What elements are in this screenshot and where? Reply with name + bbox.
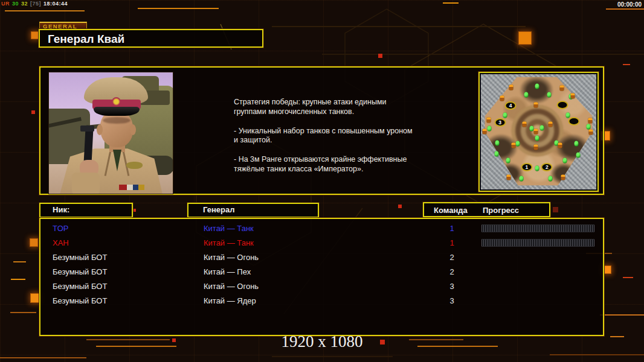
hud-stat: 18:04:44 [43,1,68,7]
column-header-team: Команда [434,205,468,217]
oil-derrick-marker [588,118,592,123]
player-row[interactable]: Безумный БОТКитай — Огонь2 [40,250,603,265]
decor-line [322,54,644,55]
player-row[interactable]: Безумный БОТКитай — Пех2 [40,265,603,279]
player-general: Китай — Пех [204,267,251,276]
strategy-description: Стратегия победы: крупные атаки едиными … [234,98,433,184]
column-header-general: Генерал [187,203,319,218]
supply-marker [535,165,539,171]
supply-marker [539,125,544,130]
supply-marker [494,151,498,157]
decor-square [30,238,38,247]
map-preview: 4312 [478,72,599,192]
decor-square [553,207,558,212]
decor-line [443,2,459,4]
oil-derrick-marker [483,129,487,134]
performance-overlay: UR3032[75]18:04:44 [1,1,70,7]
start-position-marker: 3 [494,118,506,127]
oil-derrick-marker [500,96,504,101]
map-markers: 4312 [481,75,596,189]
decor-line [0,357,86,358]
oil-derrick-marker [534,103,538,108]
player-nick: ХАН [53,238,69,247]
player-general: Китай — Ядер [204,296,256,305]
start-position-marker: 4 [505,101,517,110]
supply-marker [488,126,492,132]
supply-marker [503,113,507,118]
player-row[interactable]: Безумный БОТКитай — Огонь3 [40,279,603,294]
column-header-progress: Прогресс [483,205,519,217]
start-position-marker [568,117,579,125]
oil-derrick-marker [549,122,553,127]
player-row[interactable]: ХАНКитай — Танк1 [40,236,603,250]
decor-line [606,8,644,10]
oil-derrick-marker [486,118,491,123]
oil-derrick-marker [561,175,565,180]
decor-line [5,10,85,11]
hud-stat: 32 [21,1,28,7]
player-team: 2 [444,267,460,276]
hud-stat: [75] [30,1,41,7]
player-team: 2 [444,253,460,262]
oil-derrick-marker [507,175,511,180]
start-position-marker: 2 [541,163,553,171]
description-paragraph: Стратегия победы: крупные атаки едиными … [234,98,433,117]
description-paragraph: - Уникальный набор танков с повышенным у… [234,127,433,146]
player-nick: Безумный БОТ [53,296,107,305]
oil-derrick-marker [509,84,513,90]
general-info-panel: Стратегия победы: крупные атаки едиными … [39,66,604,195]
decor-line [550,354,644,355]
supply-marker [530,126,534,132]
decor-line [11,279,25,280]
general-title: Генерал Квай [39,29,263,48]
decor-line [272,26,526,27]
player-nick: Безумный БОТ [53,282,107,291]
player-nick: Безумный БОТ [53,253,107,262]
oil-derrick-marker [523,122,527,127]
player-nick: TOP [53,224,69,233]
cap-emblem [112,97,121,106]
oil-derrick-marker [534,129,538,134]
decor-line [623,277,633,278]
player-general: Китай — Танк [204,224,254,233]
supply-marker [535,83,539,89]
resolution-label: 1920 x 1080 [0,332,644,351]
general-face [100,110,133,147]
column-header-team-progress: Команда Прогресс [423,202,550,217]
player-row[interactable]: Безумный БОТКитай — Ядер3 [40,294,603,308]
player-general: Китай — Огонь [204,282,259,291]
player-progress-bar [481,239,594,247]
supply-marker [547,92,552,98]
decor-square [603,265,611,274]
oil-derrick-marker [558,143,562,148]
supply-marker [563,158,567,164]
chest-badge [126,162,143,169]
supply-marker [495,140,500,145]
description-paragraph: - На 3м Ранге открываются крайне эффекти… [234,155,433,174]
supply-marker [524,92,529,98]
decor-line [138,8,219,9]
decor-square [30,293,40,303]
decor-square [31,110,35,114]
hud-stat: UR [1,1,10,7]
oil-derrick-marker [589,130,593,135]
decor-line [623,64,630,65]
supply-marker [575,141,579,147]
player-row[interactable]: TOPКитай — Танк1 [40,221,603,236]
supply-marker [506,158,510,164]
supply-marker [535,135,539,141]
oil-derrick-marker [534,145,538,150]
decor-line [13,261,26,262]
hud-stat: 30 [12,1,19,7]
decor-square [133,209,136,212]
supply-marker [515,141,520,147]
player-general: Китай — Огонь [204,253,259,262]
player-team: 1 [444,224,460,233]
decor-square [378,54,382,58]
decor-line [272,356,393,357]
player-team: 3 [444,296,460,305]
decor-line [10,312,36,313]
player-progress-bar [481,224,594,232]
decor-square [31,31,39,39]
supply-marker [549,176,553,181]
